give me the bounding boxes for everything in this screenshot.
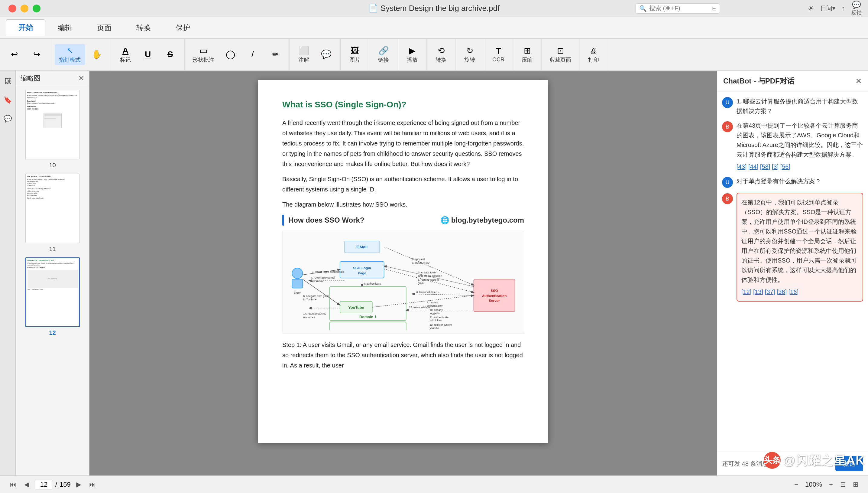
pointer-icon: ↖ [67,46,73,56]
svg-text:SSO Login: SSO Login [353,266,371,270]
tab-convert[interactable]: 转换 [124,20,163,36]
search-bar[interactable]: 🔍 ⊟ [635,3,720,14]
close-button[interactable] [8,4,16,13]
link-36[interactable]: [36] [777,288,787,295]
svg-text:SSO: SSO [490,288,498,293]
rotate-label: 旋转 [464,56,475,64]
bot-links-1: [43] [44] [58] [3] [56] [736,162,863,171]
sso-diagram-header: How does SSO Work? 🌐 blog.bytebytego.com [282,214,524,226]
strikethrough-btn[interactable]: S [160,48,181,62]
shape-rect-btn[interactable]: ▭ 形状批注 [188,44,219,65]
feedback-btn[interactable]: 💬 反馈 [851,1,862,16]
link-58[interactable]: [58] [760,163,770,170]
convert-btn[interactable]: ⟲ 转换 [430,44,452,65]
page-current-input[interactable] [35,480,53,489]
link-44[interactable]: [44] [748,163,758,170]
hand-mode-btn[interactable]: ✋ [86,47,107,62]
undo-btn[interactable]: ↩ [4,47,25,62]
bytebytego-icon: 🌐 [440,214,450,226]
shape-draw-btn[interactable]: ✏ [265,47,285,62]
minimize-button[interactable] [21,4,28,13]
theme-btn[interactable]: 日间▾ [820,4,836,13]
link-btn[interactable]: 🔗 链接 [373,44,394,65]
watermark-text: @闪耀之星AK [783,452,865,469]
link-12[interactable]: [12] [741,288,751,295]
svg-text:GMail: GMail [356,245,367,249]
rotate-btn[interactable]: ↻ 旋转 [459,44,480,65]
first-page-btn[interactable]: ⏮ [7,479,19,490]
bot-avatar-1: B [722,121,733,132]
sidebar-icon-bookmarks[interactable]: 🔖 [2,94,14,106]
next-page-btn[interactable]: ▶ [74,479,84,490]
chatbot-close-btn[interactable]: ✕ [855,77,862,86]
sidebar-close-btn[interactable]: ✕ [78,74,84,83]
shape-ellipse-btn[interactable]: ◯ [220,47,241,62]
highlight-icon: A [122,46,129,56]
compress-btn[interactable]: ⊞ 压缩 [517,44,538,65]
svg-text:13. token validated: 13. token validated [409,306,431,309]
stamp-btn[interactable]: ⬜ 注解 [293,44,314,65]
svg-text:12. register system: 12. register system [430,323,452,326]
svg-text:youtube: youtube [430,327,439,330]
sidebar-icon-comments[interactable]: 💬 [2,113,14,125]
sidebar-header: 缩略图 ✕ [16,71,89,86]
link-13[interactable]: [13] [753,288,763,295]
svg-text:with token: with token [430,319,442,322]
zoom-in-btn[interactable]: + [827,479,836,490]
zoom-out-btn[interactable]: − [792,479,801,490]
last-page-btn[interactable]: ⏭ [87,479,98,490]
toolbar-rotate-section: ↻ 旋转 [455,39,484,70]
toolbar-mode-section: ↖ 指针模式 ✋ [51,39,111,70]
link-3[interactable]: [3] [772,163,779,170]
svg-text:11. authenticate: 11. authenticate [430,316,449,319]
svg-text:6. token validated –: 6. token validated – [416,291,439,294]
tab-start[interactable]: 开始 [6,19,45,36]
print-btn[interactable]: 🖨 打印 [583,44,604,65]
content-area[interactable]: What is SSO (Single Sign-On)? A friend r… [89,71,717,475]
tab-page[interactable]: 页面 [85,20,124,36]
link-56[interactable]: [56] [780,163,790,170]
hand-icon: ✋ [92,49,102,59]
play-label: 播放 [407,56,418,64]
image-btn[interactable]: 🖼 图片 [344,44,365,65]
svg-text:1. enter login credentials: 1. enter login credentials [312,270,344,273]
search-input[interactable] [649,5,710,12]
shape-line-btn[interactable]: / [242,48,263,62]
msg-remaining: 还可发 48 条消息 [722,460,768,468]
redo-btn[interactable]: ↪ [26,47,47,62]
stamp-icon: ⬜ [299,46,309,56]
link-16[interactable]: [16] [789,288,799,295]
ocr-btn[interactable]: T OCR [488,44,509,65]
highlight-btn[interactable]: A 标记 [115,44,136,65]
sidebar-icon-thumbs[interactable]: 🖼 [2,76,14,87]
pdf-page: What is SSO (Single Sign-On)? A friend r… [258,80,548,443]
brightness-btn[interactable]: ☀ [807,4,814,13]
watermark-icon: 头条 [764,452,781,469]
crop-btn[interactable]: ⊡ 剪裁页面 [545,44,575,65]
page-total: 159 [60,480,71,489]
pdf-para3: The diagram below illustrates how SSO wo… [282,199,524,210]
underline-icon: U [145,49,151,59]
svg-text:2. request: 2. request [412,257,425,261]
thumb-item-12[interactable]: What is SSO (Single Sign-On)? A friend r… [19,257,86,336]
play-btn[interactable]: ▶ 播放 [402,44,423,65]
link-43[interactable]: [43] [736,163,747,170]
svg-text:and global session: and global session [418,274,442,278]
fit-width-btn[interactable]: ⊡ [838,479,848,490]
draw-icon: ✏ [272,49,279,59]
feedback-icon: 💬 [852,1,861,9]
thumb-item-11[interactable]: The general concept of GFS... • How is G… [19,174,86,253]
share-btn[interactable]: ↑ [841,4,845,13]
convert-icon: ⟲ [438,46,444,56]
maximize-button[interactable] [32,4,41,13]
underline-btn[interactable]: U [137,48,158,62]
thumb-item-10[interactable]: What is the future of microservices? In … [19,90,86,169]
tab-edit[interactable]: 编辑 [45,20,85,36]
tab-protect[interactable]: 保护 [163,20,203,36]
fit-page-btn[interactable]: ⊞ [850,479,861,490]
link-37[interactable]: [37] [765,288,775,295]
pointer-mode-btn[interactable]: ↖ 指针模式 [55,44,85,65]
strikethrough-icon: S [167,49,173,59]
prev-page-btn[interactable]: ◀ [22,479,32,490]
comment-btn[interactable]: 💬 [316,47,337,62]
